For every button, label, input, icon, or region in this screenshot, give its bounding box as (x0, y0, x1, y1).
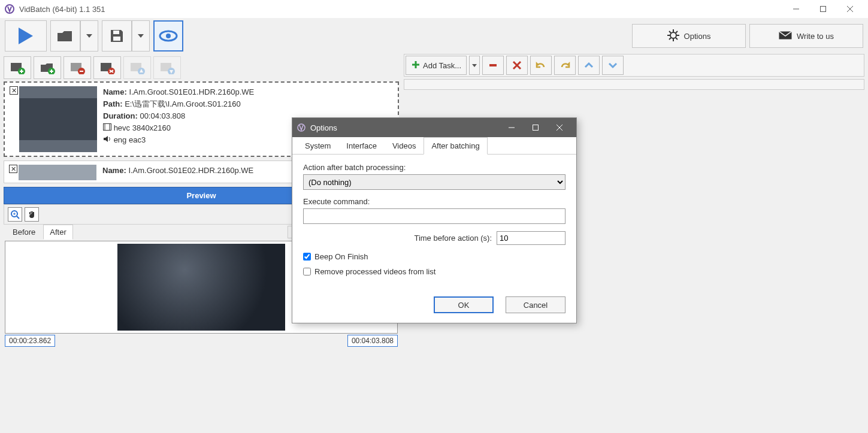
open-button[interactable] (50, 20, 80, 52)
maximize-button[interactable] (809, 0, 836, 18)
svg-line-17 (669, 31, 671, 33)
name-label: Name: (103, 87, 127, 96)
main-titlebar: VidBatch (64-bit) 1.1 351 (0, 0, 868, 18)
dialog-title: Options (310, 123, 337, 132)
mail-icon (779, 31, 792, 41)
save-dropdown[interactable] (132, 20, 150, 52)
options-label: Options (684, 32, 711, 41)
remove-processed-checkbox[interactable] (303, 268, 311, 275)
svg-rect-7 (113, 31, 119, 34)
svg-line-18 (676, 38, 678, 40)
video-name: I.Am.Groot.S01E01.HDR.2160p.WE (129, 87, 254, 96)
svg-point-12 (670, 32, 676, 38)
dialog-minimize-button[interactable] (500, 123, 524, 132)
start-time[interactable]: 00:00:23.862 (5, 335, 55, 347)
move-task-down-button[interactable] (602, 56, 624, 75)
tab-system[interactable]: System (297, 137, 338, 155)
beep-label: Beep On Finish (314, 252, 368, 261)
save-button[interactable] (102, 20, 132, 52)
cancel-button[interactable]: Cancel (506, 296, 565, 313)
svg-marker-47 (104, 136, 108, 142)
video-codec: hevc 3840x2160 (114, 123, 171, 132)
svg-line-20 (676, 31, 678, 33)
svg-line-19 (669, 38, 671, 40)
gear-icon (667, 29, 679, 43)
svg-marker-6 (86, 34, 92, 38)
app-icon (5, 4, 14, 14)
dialog-titlebar[interactable]: Options (292, 118, 576, 137)
preview-toggle-button[interactable] (153, 20, 183, 52)
task-toolbar: Add Task... (404, 54, 864, 77)
svg-marker-5 (19, 28, 33, 44)
action-select[interactable]: (Do nothing) (303, 174, 565, 190)
path-label: Path: (103, 99, 123, 108)
svg-line-49 (17, 216, 19, 219)
svg-rect-60 (533, 125, 539, 130)
close-button[interactable] (836, 0, 863, 18)
remove-icon[interactable]: ✕ (10, 86, 18, 95)
video-thumbnail (19, 165, 96, 180)
window-title: VidBatch (64-bit) 1.1 351 (19, 5, 105, 14)
action-label: Action after batch processing: (303, 163, 565, 172)
minimize-button[interactable] (782, 0, 809, 18)
undo-button[interactable] (530, 56, 552, 75)
video-duration: 00:04:03.808 (140, 111, 185, 120)
add-video-button[interactable] (4, 56, 31, 79)
svg-rect-8 (113, 37, 120, 41)
dialog-close-button[interactable] (548, 123, 571, 132)
time-label: Time before action (s): (414, 234, 492, 243)
remove-all-button[interactable] (93, 56, 121, 79)
exec-command-input[interactable] (303, 208, 565, 224)
after-tab[interactable]: After (43, 225, 72, 240)
tab-interface[interactable]: Interface (338, 137, 385, 155)
remove-icon[interactable]: ✕ (9, 165, 17, 173)
beep-checkbox[interactable] (303, 253, 311, 261)
task-list-empty (404, 79, 864, 90)
end-time[interactable]: 00:04:03.808 (347, 335, 398, 347)
svg-rect-2 (820, 7, 825, 12)
video-name: I.Am.Groot.S01E02.HDR.2160p.WE (128, 166, 253, 175)
zoom-fit-button[interactable] (8, 207, 22, 222)
dialog-tabs: System Interface Videos After batching (292, 137, 576, 155)
video-thumbnail (19, 86, 97, 152)
play-button[interactable] (5, 20, 47, 52)
exec-label: Execute command: (303, 197, 565, 206)
add-folder-button[interactable] (34, 56, 61, 79)
remove-task-button[interactable] (482, 56, 504, 75)
svg-point-11 (166, 34, 171, 38)
video-icon (103, 122, 111, 134)
move-down-button (153, 56, 181, 79)
svg-marker-54 (472, 64, 477, 67)
tab-videos[interactable]: Videos (385, 137, 424, 155)
preview-frame (117, 244, 285, 331)
add-task-button[interactable]: Add Task... (406, 56, 467, 75)
audio-icon (103, 134, 111, 146)
delete-task-button[interactable] (506, 56, 528, 75)
open-dropdown[interactable] (80, 20, 98, 52)
redo-button[interactable] (554, 56, 576, 75)
remove-processed-label: Remove processed videos from list (314, 267, 435, 276)
write-to-us-button[interactable]: Write to us (749, 24, 863, 48)
svg-marker-9 (138, 34, 144, 38)
name-label: Name: (102, 166, 126, 175)
add-task-label: Add Task... (423, 61, 461, 70)
svg-rect-44 (104, 124, 111, 131)
video-toolbar (4, 54, 399, 81)
move-task-up-button[interactable] (578, 56, 600, 75)
duration-label: Duration: (103, 111, 138, 120)
ok-button[interactable]: OK (434, 296, 494, 313)
before-tab[interactable]: Before (6, 225, 42, 240)
dialog-maximize-button[interactable] (524, 123, 548, 132)
app-icon (297, 123, 306, 132)
time-before-action-input[interactable] (497, 231, 565, 245)
add-task-dropdown[interactable] (469, 56, 480, 75)
hand-tool-button[interactable] (25, 207, 39, 222)
svg-rect-43 (19, 98, 97, 140)
tab-after-batching[interactable]: After batching (424, 137, 487, 155)
video-path: E:\迅雷下载\I.Am.Groot.S01.2160 (125, 99, 241, 108)
move-up-button (123, 56, 151, 79)
options-button[interactable]: Options (632, 24, 746, 48)
write-label: Write to us (797, 32, 834, 41)
main-toolbar: Options Write to us (0, 18, 868, 54)
remove-video-button[interactable] (63, 56, 91, 79)
